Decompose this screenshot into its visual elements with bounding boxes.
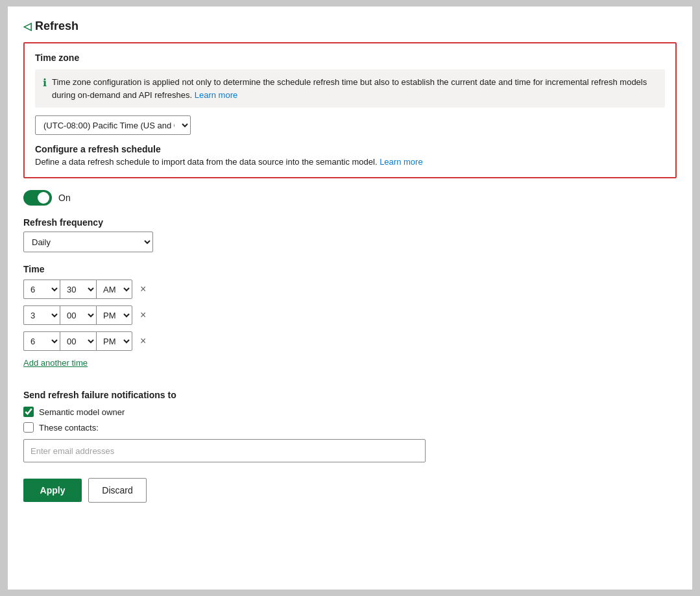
configure-title: Configure a refresh schedule: [35, 144, 665, 154]
apply-button[interactable]: Apply: [23, 479, 82, 502]
on-off-toggle[interactable]: [23, 190, 52, 206]
minute-select-1[interactable]: 00153045: [60, 280, 96, 299]
contacts-checkbox-label[interactable]: These contacts:: [39, 423, 99, 433]
timezone-select[interactable]: (UTC-08:00) Pacific Time (US and Can(UTC…: [35, 115, 191, 135]
remove-time-3[interactable]: ×: [138, 335, 149, 348]
remove-time-2[interactable]: ×: [138, 309, 149, 322]
configure-learn-more-link[interactable]: Learn more: [380, 157, 422, 167]
time-row-3: 1234 5678 9101112 00153045 AMPM ×: [23, 331, 677, 351]
contacts-checkbox-row: These contacts:: [23, 422, 677, 433]
timezone-label: Time zone: [35, 53, 665, 63]
toggle-thumb: [38, 192, 49, 204]
page-title: ◁ Refresh: [23, 19, 677, 33]
time-label: Time: [23, 264, 677, 274]
hour-select-3[interactable]: 1234 5678 9101112: [23, 331, 60, 351]
refresh-icon: ◁: [23, 20, 31, 32]
ampm-select-2[interactable]: AMPM: [96, 305, 132, 325]
remove-time-1[interactable]: ×: [138, 283, 149, 296]
owner-checkbox[interactable]: [23, 407, 34, 417]
configure-description: Define a data refresh schedule to import…: [35, 157, 665, 167]
add-another-time-link[interactable]: Add another time: [23, 358, 88, 368]
time-row-1: 1234 5678 9101112 00153045 AMPM ×: [23, 280, 677, 299]
button-row: Apply Discard: [23, 478, 677, 503]
frequency-select[interactable]: Daily Weekly Monthly: [23, 232, 153, 252]
frequency-label: Refresh frequency: [23, 217, 677, 228]
hour-select-1[interactable]: 1234 5678 9101112: [23, 280, 60, 299]
toggle-label: On: [58, 193, 71, 203]
timezone-info-box: ℹ Time zone configuration is applied not…: [35, 69, 665, 108]
main-panel: ◁ Refresh Time zone ℹ Time zone configur…: [8, 6, 692, 590]
ampm-select-1[interactable]: AMPM: [96, 280, 132, 299]
hour-select-2[interactable]: 1234 5678 9101112: [23, 305, 60, 325]
minute-select-3[interactable]: 00153045: [60, 331, 96, 351]
discard-button[interactable]: Discard: [88, 478, 147, 503]
contacts-checkbox[interactable]: [23, 422, 34, 433]
info-icon: ℹ: [43, 77, 47, 89]
ampm-select-3[interactable]: AMPM: [96, 331, 132, 351]
timezone-section: Time zone ℹ Time zone configuration is a…: [23, 42, 677, 178]
timezone-info-text: Time zone configuration is applied not o…: [52, 76, 657, 101]
time-row-2: 1234 5678 9101112 00153045 AMPM ×: [23, 305, 677, 325]
email-input[interactable]: [23, 439, 426, 462]
notifications-label: Send refresh failure notifications to: [23, 390, 677, 400]
minute-select-2[interactable]: 00153045: [60, 305, 96, 325]
page-title-text: Refresh: [35, 19, 78, 33]
timezone-learn-more-link[interactable]: Learn more: [195, 90, 237, 100]
owner-checkbox-row: Semantic model owner: [23, 407, 677, 417]
owner-checkbox-label[interactable]: Semantic model owner: [39, 407, 125, 417]
toggle-row: On: [23, 190, 677, 206]
